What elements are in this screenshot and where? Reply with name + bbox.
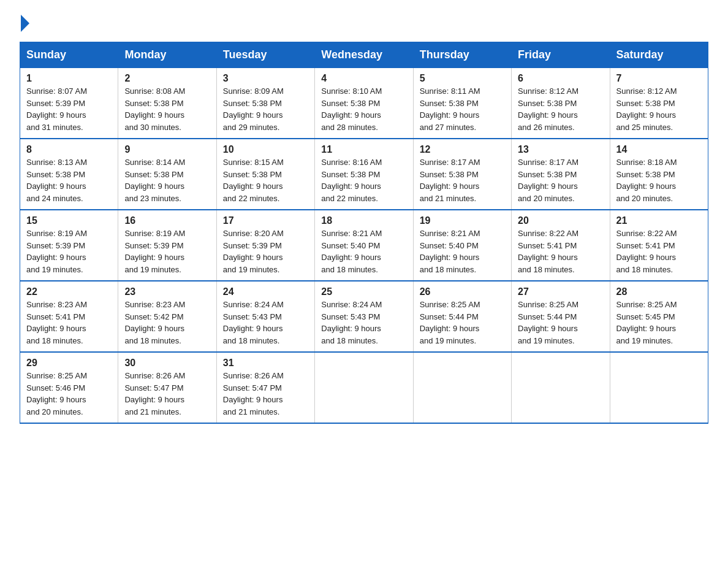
day-info: Sunrise: 8:22 AMSunset: 5:41 PMDaylight:…	[518, 229, 578, 274]
day-info: Sunrise: 8:18 AMSunset: 5:38 PMDaylight:…	[616, 158, 677, 203]
day-info: Sunrise: 8:26 AMSunset: 5:47 PMDaylight:…	[124, 371, 185, 416]
day-number: 3	[223, 73, 308, 84]
day-info: Sunrise: 8:21 AMSunset: 5:40 PMDaylight:…	[420, 229, 480, 274]
day-info: Sunrise: 8:22 AMSunset: 5:41 PMDaylight:…	[616, 229, 677, 274]
day-number: 30	[124, 358, 210, 369]
calendar-cell: 25 Sunrise: 8:24 AMSunset: 5:43 PMDaylig…	[315, 281, 413, 352]
day-info: Sunrise: 8:09 AMSunset: 5:38 PMDaylight:…	[223, 86, 284, 132]
weekday-header-thursday: Thursday	[413, 42, 511, 68]
day-number: 27	[518, 286, 603, 297]
day-info: Sunrise: 8:14 AMSunset: 5:38 PMDaylight:…	[124, 158, 185, 203]
day-info: Sunrise: 8:20 AMSunset: 5:39 PMDaylight:…	[223, 229, 284, 274]
calendar-cell: 30 Sunrise: 8:26 AMSunset: 5:47 PMDaylig…	[118, 352, 216, 423]
day-info: Sunrise: 8:16 AMSunset: 5:38 PMDaylight:…	[321, 158, 382, 203]
day-info: Sunrise: 8:23 AMSunset: 5:41 PMDaylight:…	[26, 300, 87, 345]
day-number: 12	[420, 144, 505, 155]
day-number: 19	[420, 215, 505, 226]
calendar-cell: 8 Sunrise: 8:13 AMSunset: 5:38 PMDayligh…	[20, 139, 118, 210]
calendar-cell: 21 Sunrise: 8:22 AMSunset: 5:41 PMDaylig…	[610, 210, 708, 281]
day-number: 4	[321, 73, 406, 84]
calendar-cell: 26 Sunrise: 8:25 AMSunset: 5:44 PMDaylig…	[413, 281, 511, 352]
calendar-cell: 20 Sunrise: 8:22 AMSunset: 5:41 PMDaylig…	[512, 210, 610, 281]
calendar-cell: 17 Sunrise: 8:20 AMSunset: 5:39 PMDaylig…	[216, 210, 314, 281]
calendar-cell: 13 Sunrise: 8:17 AMSunset: 5:38 PMDaylig…	[512, 139, 610, 210]
calendar-cell: 1 Sunrise: 8:07 AMSunset: 5:39 PMDayligh…	[20, 68, 118, 139]
day-info: Sunrise: 8:07 AMSunset: 5:39 PMDaylight:…	[26, 86, 87, 132]
weekday-header-friday: Friday	[512, 42, 610, 68]
calendar-cell: 12 Sunrise: 8:17 AMSunset: 5:38 PMDaylig…	[413, 139, 511, 210]
calendar-cell	[512, 352, 610, 423]
day-info: Sunrise: 8:12 AMSunset: 5:38 PMDaylight:…	[616, 86, 677, 132]
calendar-week-row: 1 Sunrise: 8:07 AMSunset: 5:39 PMDayligh…	[20, 68, 708, 139]
day-number: 13	[518, 144, 603, 155]
calendar-cell: 2 Sunrise: 8:08 AMSunset: 5:38 PMDayligh…	[118, 68, 216, 139]
weekday-header-monday: Monday	[118, 42, 216, 68]
day-number: 17	[223, 215, 308, 226]
day-info: Sunrise: 8:24 AMSunset: 5:43 PMDaylight:…	[321, 300, 382, 345]
calendar-cell: 7 Sunrise: 8:12 AMSunset: 5:38 PMDayligh…	[610, 68, 708, 139]
day-info: Sunrise: 8:25 AMSunset: 5:44 PMDaylight:…	[518, 300, 578, 345]
day-info: Sunrise: 8:24 AMSunset: 5:43 PMDaylight:…	[223, 300, 284, 345]
calendar-week-row: 15 Sunrise: 8:19 AMSunset: 5:39 PMDaylig…	[20, 210, 708, 281]
logo-arrow-icon	[21, 15, 29, 32]
calendar-cell: 24 Sunrise: 8:24 AMSunset: 5:43 PMDaylig…	[216, 281, 314, 352]
day-info: Sunrise: 8:25 AMSunset: 5:45 PMDaylight:…	[616, 300, 677, 345]
calendar-cell: 29 Sunrise: 8:25 AMSunset: 5:46 PMDaylig…	[20, 352, 118, 423]
calendar-table: SundayMondayTuesdayWednesdayThursdayFrid…	[20, 42, 708, 424]
day-info: Sunrise: 8:17 AMSunset: 5:38 PMDaylight:…	[420, 158, 480, 203]
day-info: Sunrise: 8:21 AMSunset: 5:40 PMDaylight:…	[321, 229, 382, 274]
calendar-cell: 9 Sunrise: 8:14 AMSunset: 5:38 PMDayligh…	[118, 139, 216, 210]
day-info: Sunrise: 8:15 AMSunset: 5:38 PMDaylight:…	[223, 158, 284, 203]
day-info: Sunrise: 8:11 AMSunset: 5:38 PMDaylight:…	[420, 86, 480, 132]
calendar-cell: 6 Sunrise: 8:12 AMSunset: 5:38 PMDayligh…	[512, 68, 610, 139]
day-number: 8	[26, 144, 112, 155]
calendar-cell: 19 Sunrise: 8:21 AMSunset: 5:40 PMDaylig…	[413, 210, 511, 281]
day-info: Sunrise: 8:13 AMSunset: 5:38 PMDaylight:…	[26, 158, 87, 203]
calendar-cell: 4 Sunrise: 8:10 AMSunset: 5:38 PMDayligh…	[315, 68, 413, 139]
calendar-week-row: 29 Sunrise: 8:25 AMSunset: 5:46 PMDaylig…	[20, 352, 708, 423]
calendar-cell	[413, 352, 511, 423]
day-number: 10	[223, 144, 308, 155]
day-number: 25	[321, 286, 406, 297]
calendar-cell: 3 Sunrise: 8:09 AMSunset: 5:38 PMDayligh…	[216, 68, 314, 139]
day-number: 18	[321, 215, 406, 226]
day-info: Sunrise: 8:25 AMSunset: 5:46 PMDaylight:…	[26, 371, 87, 416]
day-info: Sunrise: 8:25 AMSunset: 5:44 PMDaylight:…	[420, 300, 480, 345]
calendar-cell: 28 Sunrise: 8:25 AMSunset: 5:45 PMDaylig…	[610, 281, 708, 352]
weekday-header-sunday: Sunday	[20, 42, 118, 68]
day-number: 7	[616, 73, 702, 84]
calendar-cell: 5 Sunrise: 8:11 AMSunset: 5:38 PMDayligh…	[413, 68, 511, 139]
day-number: 28	[616, 286, 702, 297]
weekday-header-tuesday: Tuesday	[216, 42, 314, 68]
day-info: Sunrise: 8:08 AMSunset: 5:38 PMDaylight:…	[124, 86, 185, 132]
day-number: 20	[518, 215, 603, 226]
day-number: 1	[26, 73, 112, 84]
day-number: 26	[420, 286, 505, 297]
calendar-cell: 15 Sunrise: 8:19 AMSunset: 5:39 PMDaylig…	[20, 210, 118, 281]
day-number: 15	[26, 215, 112, 226]
day-number: 22	[26, 286, 112, 297]
calendar-cell: 23 Sunrise: 8:23 AMSunset: 5:42 PMDaylig…	[118, 281, 216, 352]
calendar-cell: 11 Sunrise: 8:16 AMSunset: 5:38 PMDaylig…	[315, 139, 413, 210]
day-info: Sunrise: 8:10 AMSunset: 5:38 PMDaylight:…	[321, 86, 382, 132]
day-number: 16	[124, 215, 210, 226]
calendar-cell: 31 Sunrise: 8:26 AMSunset: 5:47 PMDaylig…	[216, 352, 314, 423]
calendar-cell: 10 Sunrise: 8:15 AMSunset: 5:38 PMDaylig…	[216, 139, 314, 210]
day-info: Sunrise: 8:19 AMSunset: 5:39 PMDaylight:…	[124, 229, 185, 274]
calendar-cell: 18 Sunrise: 8:21 AMSunset: 5:40 PMDaylig…	[315, 210, 413, 281]
calendar-cell: 22 Sunrise: 8:23 AMSunset: 5:41 PMDaylig…	[20, 281, 118, 352]
day-number: 6	[518, 73, 603, 84]
logo	[20, 15, 31, 32]
day-info: Sunrise: 8:19 AMSunset: 5:39 PMDaylight:…	[26, 229, 87, 274]
weekday-header-row: SundayMondayTuesdayWednesdayThursdayFrid…	[20, 42, 708, 68]
calendar-week-row: 8 Sunrise: 8:13 AMSunset: 5:38 PMDayligh…	[20, 139, 708, 210]
day-number: 21	[616, 215, 702, 226]
calendar-cell: 14 Sunrise: 8:18 AMSunset: 5:38 PMDaylig…	[610, 139, 708, 210]
day-number: 14	[616, 144, 702, 155]
calendar-cell	[315, 352, 413, 423]
day-number: 31	[223, 358, 308, 369]
calendar-cell: 27 Sunrise: 8:25 AMSunset: 5:44 PMDaylig…	[512, 281, 610, 352]
weekday-header-wednesday: Wednesday	[315, 42, 413, 68]
day-number: 9	[124, 144, 210, 155]
day-info: Sunrise: 8:26 AMSunset: 5:47 PMDaylight:…	[223, 371, 284, 416]
